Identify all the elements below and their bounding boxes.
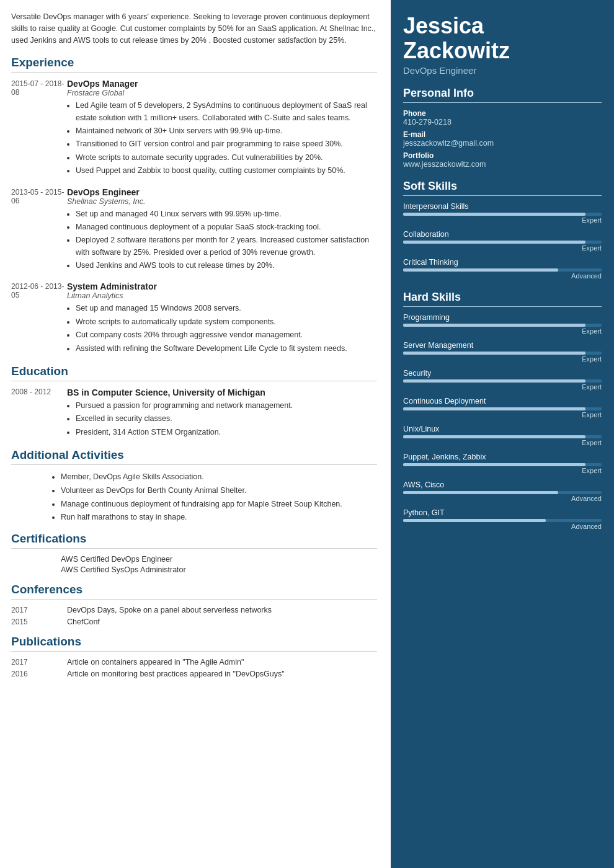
skill-level-label: Expert <box>403 439 602 446</box>
skill-name: Collaboration <box>403 230 602 239</box>
skill-level-label: Expert <box>403 355 602 363</box>
experience-section: Experience 2015-07 - 2018-08DevOps Manag… <box>11 56 377 356</box>
skill-bar-bg <box>403 213 602 216</box>
edu-bullets: Pursued a passion for programming and ne… <box>67 400 377 438</box>
list-item: Cut company costs 20% through aggressive… <box>76 329 377 341</box>
publications-title: Publications <box>11 635 377 652</box>
skill-bar-fill <box>403 407 585 410</box>
skill-level-label: Advanced <box>403 523 602 530</box>
exp-entry: 2012-06 - 2013-05System AdministratorLit… <box>11 281 377 356</box>
skill-level-label: Advanced <box>403 272 602 280</box>
exp-job-title: DevOps Manager <box>67 79 377 89</box>
list-item: Deployed 2 software iterations per month… <box>76 234 377 259</box>
skill-name: Continuous Deployment <box>403 397 602 405</box>
hard-skill-row: AWS, CiscoAdvanced <box>403 480 602 502</box>
list-item: Assisted with refining the Software Deve… <box>76 343 377 355</box>
cert-item: AWS Certified DevOps Engineer <box>61 555 377 564</box>
skill-bar-bg <box>403 491 602 494</box>
conf-year: 2017 <box>11 606 67 614</box>
exp-content: DevOps EngineerShellnac Systems, Inc.Set… <box>67 187 377 273</box>
skill-bar-bg <box>403 324 602 327</box>
hard-skill-row: Puppet, Jenkins, ZabbixExpert <box>403 453 602 474</box>
activities-section: Additional Activities Member, DevOps Agi… <box>11 448 377 523</box>
hard-skills-section: Hard Skills ProgrammingExpertServer Mana… <box>403 291 602 530</box>
skill-level-label: Expert <box>403 383 602 391</box>
education-title: Education <box>11 365 377 381</box>
skill-name: Server Management <box>403 341 602 350</box>
soft-skill-row: CollaborationExpert <box>403 230 602 252</box>
list-item: Excelled in security classes. <box>76 413 377 425</box>
hard-skills-list: ProgrammingExpertServer ManagementExpert… <box>403 313 602 530</box>
job-title-right: DevOps Engineer <box>403 65 602 76</box>
skill-name: AWS, Cisco <box>403 480 602 489</box>
list-item: Pursued a passion for programming and ne… <box>76 400 377 412</box>
edu-content: BS in Computer Science, University of Mi… <box>67 388 377 440</box>
skill-name: Critical Thinking <box>403 258 602 267</box>
experience-list: 2015-07 - 2018-08DevOps ManagerFrostacre… <box>11 79 377 356</box>
soft-skills-list: Interpersonal SkillsExpertCollaborationE… <box>403 202 602 280</box>
phone-value: 410-279-0218 <box>403 118 602 126</box>
pub-year: 2016 <box>11 670 67 678</box>
skill-name: Programming <box>403 313 602 322</box>
skill-bar-fill <box>403 379 585 383</box>
pub-year: 2017 <box>11 658 67 666</box>
exp-company: Litman Analytics <box>67 291 377 300</box>
list-item: Managed continuous deployment of a popul… <box>76 221 377 233</box>
skill-bar-fill <box>403 463 585 466</box>
list-item: Set up and managed 40 Linux servers with… <box>76 208 377 220</box>
skill-bar-fill <box>403 324 585 327</box>
edu-degree: BS in Computer Science, University of Mi… <box>67 388 377 397</box>
skill-bar-bg <box>403 519 602 522</box>
skill-bar-bg <box>403 379 602 383</box>
list-item: Used Puppet and Zabbix to boost quality,… <box>76 165 377 177</box>
skill-level-label: Advanced <box>403 495 602 502</box>
conf-year: 2015 <box>11 618 67 626</box>
certifications-title: Certifications <box>11 532 377 549</box>
list-item: Led Agile team of 5 developers, 2 SysAdm… <box>76 100 377 124</box>
skill-level-label: Expert <box>403 216 602 224</box>
hard-skill-row: SecurityExpert <box>403 369 602 391</box>
skill-name: Interpersonal Skills <box>403 202 602 211</box>
skill-bar-fill <box>403 519 546 522</box>
conferences-section: Conferences 2017DevOps Days, Spoke on a … <box>11 583 377 626</box>
exp-bullets: Set up and managed 40 Linux servers with… <box>67 208 377 272</box>
list-item: Set up and managed 15 Windows 2008 serve… <box>76 303 377 314</box>
pub-text: Article on monitoring best practices app… <box>67 670 285 678</box>
list-item: Volunteer as DevOps for Berth County Ani… <box>61 485 377 497</box>
conf-entry: 2017DevOps Days, Spoke on a panel about … <box>11 606 377 614</box>
portfolio-value: www.jesszackowitz.com <box>403 160 602 169</box>
hard-skill-row: Server ManagementExpert <box>403 341 602 363</box>
pub-entry: 2017Article on containers appeared in "T… <box>11 658 377 666</box>
exp-company: Shellnac Systems, Inc. <box>67 197 377 206</box>
conf-text: DevOps Days, Spoke on a panel about serv… <box>67 606 272 614</box>
list-item: Used Jenkins and AWS tools to cut releas… <box>76 260 377 272</box>
exp-content: DevOps ManagerFrostacre GlobalLed Agile … <box>67 79 377 178</box>
exp-bullets: Led Agile team of 5 developers, 2 SysAdm… <box>67 100 377 177</box>
hard-skill-row: Unix/LinuxExpert <box>403 425 602 446</box>
email-label: E-mail <box>403 130 602 139</box>
skill-bar-fill <box>403 491 558 494</box>
skill-bar-bg <box>403 268 602 272</box>
education-section: Education 2008 - 2012BS in Computer Scie… <box>11 365 377 440</box>
conferences-title: Conferences <box>11 583 377 600</box>
activities-title: Additional Activities <box>11 448 377 465</box>
conferences-list: 2017DevOps Days, Spoke on a panel about … <box>11 606 377 626</box>
soft-skills-title: Soft Skills <box>403 180 602 196</box>
certifications-section: Certifications AWS Certified DevOps Engi… <box>11 532 377 574</box>
name-block: Jessica Zackowitz <box>403 14 602 63</box>
exp-job-title: System Administrator <box>67 281 377 291</box>
skill-bar-fill <box>403 213 585 216</box>
exp-entry: 2015-07 - 2018-08DevOps ManagerFrostacre… <box>11 79 377 178</box>
portfolio-label: Portfolio <box>403 151 602 160</box>
exp-company: Frostacre Global <box>67 89 377 97</box>
skill-bar-fill <box>403 352 585 355</box>
personal-info-section: Personal Info Phone 410-279-0218 E-mail … <box>403 87 602 169</box>
skill-bar-bg <box>403 407 602 410</box>
skill-name: Unix/Linux <box>403 425 602 433</box>
conf-entry: 2015ChefConf <box>11 618 377 626</box>
hard-skill-row: Python, GITAdvanced <box>403 508 602 530</box>
skill-level-label: Expert <box>403 467 602 474</box>
skill-bar-bg <box>403 352 602 355</box>
list-item: Member, DevOps Agile Skills Association. <box>61 471 377 483</box>
edu-date: 2008 - 2012 <box>11 388 67 440</box>
